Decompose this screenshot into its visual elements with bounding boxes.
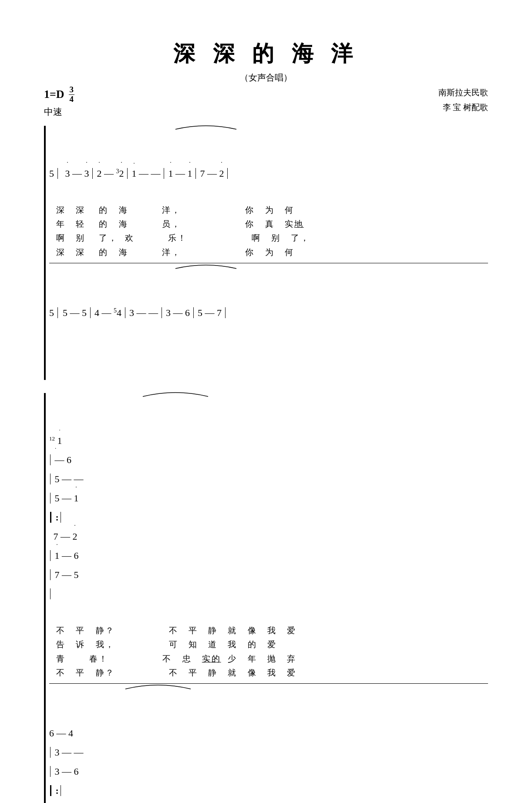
- lyric-2-v1: 不 平 静？ 不 平 静 就 像 我 爱: [56, 624, 488, 638]
- lyric-2-v2: 告 诉 我， 可 知 道 我 的 爱: [56, 638, 488, 652]
- lyric-1-v3: 啊 别 了， 欢 乐！ 啊 别 了，: [56, 231, 488, 245]
- note: ·3 — ·3: [63, 168, 91, 179]
- notes-line-2-upper: 12· ·1 — 6 5 — — 5 — ·1 : 7 — ·2 ·1 — 6 …: [49, 393, 488, 623]
- notes-line-1-upper: 5 ·3 — ·3 ·2 — 3·2 ·1 — — ·1 — ·1 7 — ·2: [49, 126, 488, 202]
- note: 5: [49, 168, 57, 179]
- staff-divider-1: [49, 263, 488, 263]
- lyric-2-v4: 不 平 静？ 不 平 静 就 像 我 爱: [56, 666, 488, 680]
- note: ·1 — —: [129, 168, 163, 179]
- lyric-rows-2: 不 平 静？ 不 平 静 就 像 我 爱 告 诉 我， 可 知 道 我 的 爱 …: [56, 624, 488, 680]
- bar: [227, 168, 229, 179]
- slur-arc-2b: [49, 680, 528, 693]
- tempo: 中速: [44, 106, 74, 118]
- note: ·1 — ·1: [166, 168, 195, 179]
- bar: [57, 168, 63, 179]
- note: ·2 — 3·2: [94, 168, 126, 179]
- lyric-rows-1: 深 深 的 海 洋， 你 为 何 年 轻 的 海 员， 你 真 实地 啊 别 了…: [56, 203, 488, 259]
- time-top: 3: [69, 85, 75, 95]
- notes-line-1-lower: 5 5 — 5 4 — 54 3 — — 3 — 6 5 — 7: [49, 265, 488, 380]
- section2-upper: 12· ·1 — 6 5 — — 5 — ·1 : 7 — ·2 ·1 — 6 …: [44, 393, 488, 803]
- key-tempo-block: 1=D 3 4 中速: [44, 85, 74, 118]
- lyric-1-v4: 深 深 的 海 洋， 你 为 何: [56, 245, 488, 259]
- staff-divider-2: [49, 683, 488, 684]
- key-line: 1=D 3 4: [44, 85, 74, 104]
- notes-line-2-lower: 6 — 4 3 — — 3 — 6 : 5 — 7 6 — 4 5 — 3: [49, 685, 488, 803]
- notation-block-2: 12· ·1 — 6 5 — — 5 — ·1 : 7 — ·2 ·1 — 6 …: [49, 393, 488, 623]
- note: 7 — ·2: [198, 168, 226, 179]
- time-bottom: 4: [69, 95, 75, 104]
- notation-block-1: 5 ·3 — ·3 ·2 — 3·2 ·1 — — ·1 — ·1 7 — ·2: [49, 126, 488, 202]
- source-block: 南斯拉夫民歌 李 宝 树配歌: [438, 85, 488, 115]
- info-row: 1=D 3 4 中速 南斯拉夫民歌 李 宝 树配歌: [44, 85, 488, 118]
- lyric-2-v3: 青 春！ 不 忠 实的 少 年 抛 弃: [56, 652, 488, 666]
- source-line2: 李 宝 树配歌: [438, 100, 488, 115]
- source-line1: 南斯拉夫民歌: [438, 85, 488, 100]
- lyric-1-v2: 年 轻 的 海 员， 你 真 实地: [56, 217, 488, 231]
- section1-upper: 5 ·3 — ·3 ·2 — 3·2 ·1 — — ·1 — ·1 7 — ·2…: [44, 126, 488, 380]
- time-signature: 3 4: [69, 85, 75, 104]
- key-signature: 1=D: [44, 88, 64, 101]
- lyric-1-v1: 深 深 的 海 洋， 你 为 何: [56, 203, 488, 217]
- song-subtitle: （女声合唱）: [44, 72, 488, 84]
- song-title: 深 深 的 海 洋: [44, 39, 488, 68]
